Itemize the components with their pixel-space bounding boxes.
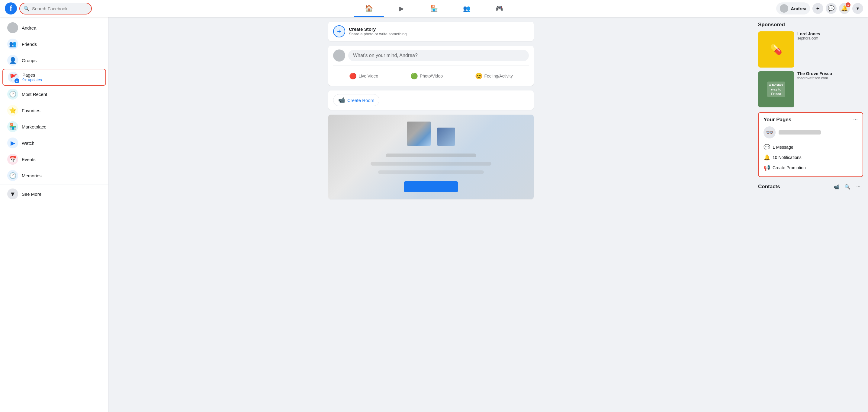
create-room-button[interactable]: 📹 Create Room — [333, 94, 379, 106]
nav-home[interactable]: 🏠 — [354, 1, 384, 16]
create-room-icon: 📹 — [338, 97, 345, 103]
photo-video-button[interactable]: 🟢 Photo/Video — [406, 70, 447, 82]
friends-label: Friends — [22, 42, 37, 47]
live-video-label: Live Video — [359, 74, 378, 78]
live-video-button[interactable]: 🔴 Live Video — [344, 70, 383, 82]
grove-frisco-info: The Grove Frisco thegrovefrisco.com — [797, 71, 863, 80]
feeling-icon: 😊 — [475, 72, 483, 80]
nav-gaming[interactable]: 🎮 — [484, 1, 514, 16]
watch-sidebar-icon: ▶ — [7, 138, 18, 148]
favorites-icon: ⭐ — [7, 105, 18, 116]
sidebar-item-favorites[interactable]: ⭐ Favorites — [2, 103, 106, 118]
pages-icon-wrap: 🚩 ● — [8, 72, 19, 83]
notifications-stat[interactable]: 🔔 10 Notifications — [764, 152, 858, 163]
create-story-title: Create Story — [349, 27, 408, 32]
header: f 🔍 🏠 ▶ 🏪 👥 🎮 Andrea + 💬 — [0, 0, 868, 17]
blurred-button — [404, 181, 458, 192]
blurred-image-2 — [437, 128, 455, 146]
post-input[interactable]: What's on your mind, Andrea? — [348, 50, 529, 61]
messenger-button[interactable]: 💬 — [826, 3, 837, 14]
chevron-down-icon: ▼ — [856, 6, 860, 11]
post-actions: 🔴 Live Video 🟢 Photo/Video 😊 Feeling/Act… — [333, 67, 529, 82]
new-video-call-button[interactable]: 📹 — [832, 182, 841, 192]
see-more-icon: ▼ — [7, 188, 18, 199]
sidebar-item-see-more[interactable]: ▼ See More — [2, 186, 106, 202]
page-name-blurred — [779, 130, 821, 135]
notifications-button[interactable]: 🔔 ● — [839, 3, 850, 14]
create-promotion-stat[interactable]: 📢 Create Promotion — [764, 163, 858, 173]
sidebar-divider — [0, 184, 108, 185]
blurred-post-card — [328, 114, 534, 199]
grove-text-overlay: a fresher way to Frisco — [767, 82, 785, 97]
see-more-label: See More — [22, 192, 41, 197]
your-pages-header: Your Pages ··· — [764, 116, 858, 123]
facebook-logo[interactable]: f — [5, 2, 17, 14]
blurred-image-1 — [407, 122, 431, 146]
blurred-text-2 — [371, 162, 491, 166]
page-avatar: 👓 — [764, 126, 776, 138]
main-nav: 🏠 ▶ 🏪 👥 🎮 — [107, 1, 761, 16]
groups-icon: 👤 — [7, 55, 18, 66]
sidebar-item-memories[interactable]: 🕐 Memories — [2, 168, 106, 183]
user-name: Andrea — [791, 6, 806, 11]
sidebar-item-marketplace[interactable]: 🏪 Marketplace — [2, 119, 106, 135]
sidebar-item-watch[interactable]: ▶ Watch — [2, 135, 106, 151]
watch-icon: ▶ — [399, 5, 404, 12]
create-room-label: Create Room — [347, 98, 374, 103]
grove-frisco-url: thegrovefrisco.com — [797, 76, 863, 80]
messages-stat[interactable]: 💬 1 Message — [764, 142, 858, 152]
events-icon: 📅 — [7, 154, 18, 165]
post-box: What's on your mind, Andrea? — [333, 49, 529, 62]
sidebar-item-profile[interactable]: Andrea — [2, 20, 106, 36]
notification-badge: ● — [846, 2, 850, 7]
feeling-button[interactable]: 😊 Feeling/Activity — [470, 70, 518, 82]
contacts-more-button[interactable]: ··· — [854, 182, 863, 192]
sidebar-item-most-recent[interactable]: 🕐 Most Recent — [2, 86, 106, 102]
sponsored-title: Sponsored — [758, 22, 863, 28]
notifications-label: 10 Notifications — [773, 155, 802, 160]
create-story-card: + Create Story Share a photo or write so… — [328, 22, 534, 41]
profile-avatar — [7, 22, 18, 33]
ad-lord-jones: 💊 Lord Jones sephora.com — [758, 31, 863, 68]
friends-icon: 👥 — [7, 39, 18, 49]
user-menu-button[interactable]: Andrea — [776, 2, 810, 14]
marketplace-label: Marketplace — [22, 124, 46, 129]
pages-label: Pages — [22, 72, 42, 77]
message-icon: 💬 — [764, 144, 770, 150]
your-pages-title: Your Pages — [764, 117, 791, 123]
photo-video-icon: 🟢 — [410, 72, 418, 80]
lord-jones-info: Lord Jones sephora.com — [797, 31, 863, 40]
create-story-text: Create Story Share a photo or write some… — [349, 27, 408, 36]
account-menu-button[interactable]: ▼ — [852, 3, 863, 14]
page-item: 👓 — [764, 126, 858, 138]
nav-groups[interactable]: 👥 — [452, 1, 482, 16]
lord-jones-title[interactable]: Lord Jones — [797, 31, 863, 36]
pages-badge: ● — [14, 78, 19, 83]
grove-frisco-title[interactable]: The Grove Frisco — [797, 71, 863, 76]
search-contacts-button[interactable]: 🔍 — [843, 182, 852, 192]
header-left: f 🔍 — [5, 2, 107, 14]
contacts-header: Contacts 📹 🔍 ··· — [758, 182, 863, 192]
add-button[interactable]: + — [812, 3, 823, 14]
grove-frisco-thumbnail: a fresher way to Frisco — [758, 71, 794, 107]
sidebar-item-pages[interactable]: 🚩 ● Pages 9+ updates — [2, 69, 106, 85]
sidebar-item-groups[interactable]: 👤 Groups — [2, 53, 106, 68]
pages-info: Pages 9+ updates — [22, 72, 42, 82]
search-box[interactable]: 🔍 — [19, 3, 92, 14]
memories-icon: 🕐 — [7, 170, 18, 181]
contacts-more-icon: ··· — [856, 184, 860, 190]
groups-label: Groups — [22, 58, 36, 63]
nav-watch[interactable]: ▶ — [386, 1, 416, 16]
sponsored-section: Sponsored 💊 Lord Jones sephora.com a fre… — [758, 22, 863, 107]
search-icon: 🔍 — [24, 6, 30, 11]
your-pages-more-button[interactable]: ··· — [853, 116, 858, 123]
groups-icon: 👥 — [463, 5, 470, 12]
nav-marketplace[interactable]: 🏪 — [419, 1, 449, 16]
pages-updates: 9+ updates — [22, 77, 42, 82]
post-avatar — [333, 49, 345, 62]
blurred-text-1 — [386, 153, 476, 157]
contacts-section: Contacts 📹 🔍 ··· — [758, 182, 863, 192]
sidebar-item-events[interactable]: 📅 Events — [2, 151, 106, 167]
sidebar-item-friends[interactable]: 👥 Friends — [2, 36, 106, 52]
search-input[interactable] — [32, 6, 88, 11]
